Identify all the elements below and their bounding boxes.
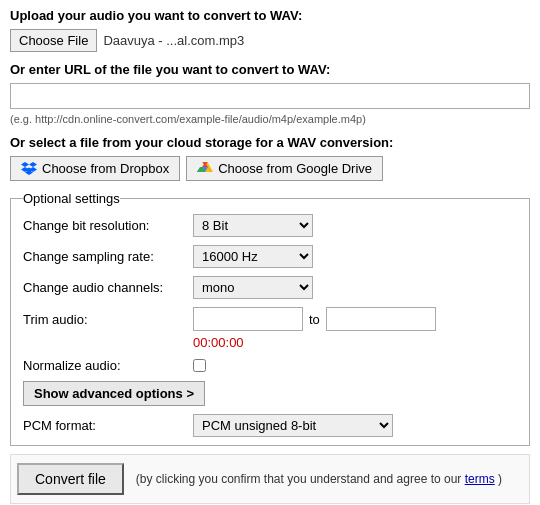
bottom-row: Convert file (by clicking you confirm th… [10,454,530,504]
trim-start-input[interactable] [193,307,303,331]
trim-row: Trim audio: to [23,307,517,331]
cloud-label: Or select a file from your cloud storage… [10,135,530,150]
advanced-options-button[interactable]: Show advanced options > [23,381,205,406]
audio-channels-row: Change audio channels: mono stereo [23,276,517,299]
url-section: Or enter URL of the file you want to con… [10,62,530,125]
pcm-format-select[interactable]: PCM unsigned 8-bit PCM signed 16-bit PCM… [193,414,393,437]
terms-link[interactable]: terms [465,472,495,486]
audio-channels-select[interactable]: mono stereo [193,276,313,299]
timecode-display: 00:00:00 [193,335,517,350]
cloud-section: Or select a file from your cloud storage… [10,135,530,181]
filename-display: Daavuya - ...al.com.mp3 [103,33,244,48]
sampling-rate-select[interactable]: 16000 Hz 22050 Hz 44100 Hz 48000 Hz [193,245,313,268]
terms-text: (by clicking you confirm that you unders… [136,470,502,488]
main-container: Upload your audio you want to convert to… [0,0,540,505]
upload-label: Upload your audio you want to convert to… [10,8,530,23]
normalize-label: Normalize audio: [23,358,193,373]
svg-marker-0 [21,162,29,167]
sampling-rate-label: Change sampling rate: [23,249,193,264]
gdrive-icon [197,162,213,176]
dropbox-button[interactable]: Choose from Dropbox [10,156,180,181]
optional-settings-legend: Optional settings [23,191,120,206]
pcm-label: PCM format: [23,418,193,433]
url-label: Or enter URL of the file you want to con… [10,62,530,77]
trim-end-input[interactable] [326,307,436,331]
choose-file-button[interactable]: Choose File [10,29,97,52]
trim-inputs: to [193,307,436,331]
dropbox-label: Choose from Dropbox [42,161,169,176]
normalize-row: Normalize audio: [23,358,517,373]
audio-channels-label: Change audio channels: [23,280,193,295]
bit-resolution-row: Change bit resolution: 8 Bit 16 Bit 24 B… [23,214,517,237]
terms-prefix: (by clicking you confirm that you unders… [136,472,462,486]
bit-resolution-select[interactable]: 8 Bit 16 Bit 24 Bit 32 Bit [193,214,313,237]
trim-label: Trim audio: [23,312,193,327]
trim-to-label: to [309,312,320,327]
dropbox-icon [21,162,37,176]
svg-marker-1 [29,162,37,167]
pcm-row: PCM format: PCM unsigned 8-bit PCM signe… [23,414,517,437]
convert-file-button[interactable]: Convert file [17,463,124,495]
terms-close: ) [498,472,502,486]
bit-resolution-control: 8 Bit 16 Bit 24 Bit 32 Bit [193,214,313,237]
url-input[interactable] [10,83,530,109]
bit-resolution-label: Change bit resolution: [23,218,193,233]
gdrive-button[interactable]: Choose from Google Drive [186,156,383,181]
sampling-rate-control: 16000 Hz 22050 Hz 44100 Hz 48000 Hz [193,245,313,268]
optional-settings-fieldset: Optional settings Change bit resolution:… [10,191,530,446]
pcm-control: PCM unsigned 8-bit PCM signed 16-bit PCM… [193,414,393,437]
url-example: (e.g. http://cdn.online-convert.com/exam… [10,113,530,125]
sampling-rate-row: Change sampling rate: 16000 Hz 22050 Hz … [23,245,517,268]
cloud-buttons: Choose from Dropbox [10,156,530,181]
audio-channels-control: mono stereo [193,276,313,299]
upload-row: Choose File Daavuya - ...al.com.mp3 [10,29,530,52]
gdrive-label: Choose from Google Drive [218,161,372,176]
normalize-checkbox[interactable] [193,359,206,372]
